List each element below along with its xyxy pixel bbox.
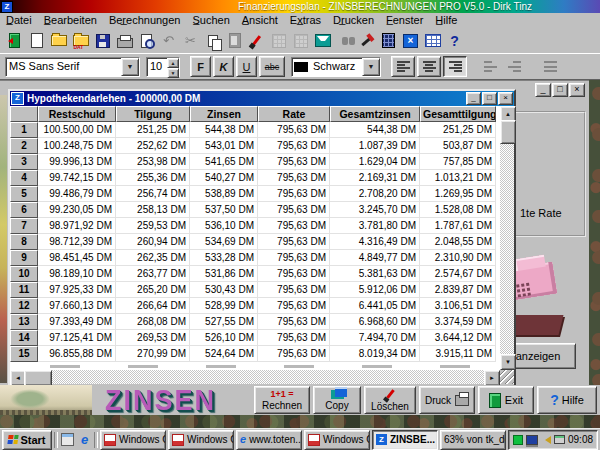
rate-cell[interactable]: 795,63 DM xyxy=(258,314,330,330)
restschuld-cell[interactable]: 100.248,75 DM xyxy=(38,138,116,154)
tilgung-cell[interactable]: 265,20 DM xyxy=(116,282,190,298)
restschuld-cell[interactable]: 97.660,13 DM xyxy=(38,298,116,314)
doc-minimize-button[interactable]: _ xyxy=(466,92,481,105)
tilgung-cell[interactable]: 253,98 DM xyxy=(116,154,190,170)
loeschen-button[interactable]: Löschen xyxy=(364,386,416,414)
row-number-cell[interactable]: 13 xyxy=(10,314,38,330)
copy-icon[interactable] xyxy=(202,31,223,51)
gesamttilgung-cell[interactable]: 1.787,61 DM xyxy=(420,218,496,234)
print-icon[interactable] xyxy=(114,31,135,51)
bold-button[interactable]: F xyxy=(190,56,211,77)
italic-button[interactable]: K xyxy=(213,56,234,77)
rate-cell[interactable]: 795,63 DM xyxy=(258,138,330,154)
tilgung-cell[interactable]: 266,64 DM xyxy=(116,298,190,314)
speaker-icon[interactable] xyxy=(541,436,551,444)
rechnen-button[interactable]: 1+1 = Rechnen xyxy=(254,386,310,414)
zinsen-cell[interactable]: 527,55 DM xyxy=(190,314,258,330)
align-center-icon[interactable] xyxy=(417,56,441,77)
tilgung-cell[interactable]: 263,77 DM xyxy=(116,266,190,282)
row-number-cell[interactable]: 8 xyxy=(10,234,38,250)
restschuld-cell[interactable]: 100.500,00 DM xyxy=(38,122,116,138)
underline-button[interactable]: U xyxy=(236,56,257,77)
zinsen-cell[interactable]: 524,64 DM xyxy=(190,346,258,362)
gesamtzinsen-cell[interactable]: 6.441,05 DM xyxy=(330,298,420,314)
mdi-minimize-button[interactable]: _ xyxy=(535,83,551,97)
task-zinsberechnungen[interactable]: Z ZINSBE... xyxy=(372,430,438,450)
row-number-cell[interactable]: 9 xyxy=(10,250,38,266)
row-number-cell[interactable]: 15 xyxy=(10,346,38,362)
header-tilgung[interactable]: Tilgung xyxy=(116,106,190,122)
menu-extras[interactable]: Ex̲tras xyxy=(284,13,327,28)
gesamttilgung-cell[interactable]: 3.106,51 DM xyxy=(420,298,496,314)
rate-cell[interactable]: 795,63 DM xyxy=(258,186,330,202)
tilgung-cell[interactable]: 270,99 DM xyxy=(116,346,190,362)
rate-cell[interactable]: 795,63 DM xyxy=(258,154,330,170)
rate-cell[interactable]: 795,63 DM xyxy=(258,170,330,186)
zinsen-cell[interactable]: 530,43 DM xyxy=(190,282,258,298)
tilgung-cell[interactable]: 258,13 DM xyxy=(116,202,190,218)
restschuld-cell[interactable]: 99.742,15 DM xyxy=(38,170,116,186)
rate-cell[interactable]: 795,63 DM xyxy=(258,346,330,362)
druck-button[interactable]: Druck xyxy=(419,386,475,414)
task-windows-c-2[interactable]: Windows C... xyxy=(168,430,234,450)
gesamtzinsen-cell[interactable]: 2.169,31 DM xyxy=(330,170,420,186)
quicklaunch-ie-icon[interactable]: e xyxy=(77,432,92,447)
tilgung-cell[interactable]: 251,25 DM xyxy=(116,122,190,138)
size-down-icon[interactable]: ▼ xyxy=(167,68,179,78)
doc-close-button[interactable]: × xyxy=(498,92,513,105)
zinsen-cell[interactable]: 541,65 DM xyxy=(190,154,258,170)
gesamtzinsen-cell[interactable]: 6.968,60 DM xyxy=(330,314,420,330)
rate-cell[interactable]: 795,63 DM xyxy=(258,298,330,314)
gesamttilgung-cell[interactable]: 2.574,67 DM xyxy=(420,266,496,282)
status-led-icon[interactable] xyxy=(513,435,523,445)
menu-berechnungen[interactable]: Ber̲echnungen xyxy=(103,13,187,28)
rate-cell[interactable]: 795,63 DM xyxy=(258,122,330,138)
color-select[interactable]: Schwarz ▼ xyxy=(291,57,381,77)
menu-suchen[interactable]: S̲uchen xyxy=(186,13,235,28)
header-gesamtzinsen[interactable]: Gesamtzinsen xyxy=(330,106,420,122)
zinsen-cell[interactable]: 536,10 DM xyxy=(190,218,258,234)
restschuld-cell[interactable]: 96.855,88 DM xyxy=(38,346,116,362)
horizontal-scrollbar[interactable]: ◄ ► xyxy=(10,370,500,384)
size-up-icon[interactable]: ▲ xyxy=(167,58,179,68)
zinsen-cell[interactable]: 540,27 DM xyxy=(190,170,258,186)
print-preview-icon[interactable] xyxy=(136,31,157,51)
gesamtzinsen-cell[interactable]: 5.381,63 DM xyxy=(330,266,420,282)
font-size-stepper[interactable]: 10 ▲▼ xyxy=(146,57,180,77)
gesamtzinsen-cell[interactable]: 1.629,04 DM xyxy=(330,154,420,170)
row-number-cell[interactable]: 12 xyxy=(10,298,38,314)
start-button[interactable]: Start xyxy=(2,430,52,450)
menu-datei[interactable]: D̲atei xyxy=(0,13,38,28)
restschuld-cell[interactable]: 99.996,13 DM xyxy=(38,154,116,170)
mdi-close-button[interactable]: × xyxy=(569,83,585,97)
align-left-icon[interactable] xyxy=(391,56,415,77)
save-icon[interactable] xyxy=(92,31,113,51)
gesamttilgung-cell[interactable]: 1.528,08 DM xyxy=(420,202,496,218)
gesamttilgung-cell[interactable]: 2.310,90 DM xyxy=(420,250,496,266)
tilgung-cell[interactable]: 259,53 DM xyxy=(116,218,190,234)
rate-cell[interactable]: 795,63 DM xyxy=(258,218,330,234)
gesamtzinsen-cell[interactable]: 3.245,70 DM xyxy=(330,202,420,218)
restschuld-cell[interactable]: 97.925,33 DM xyxy=(38,282,116,298)
gesamtzinsen-cell[interactable]: 2.708,20 DM xyxy=(330,186,420,202)
header-gesamttilgung[interactable]: Gesamttilgung xyxy=(420,106,496,122)
color-dropdown-icon[interactable]: ▼ xyxy=(362,58,380,76)
restschuld-cell[interactable]: 98.189,10 DM xyxy=(38,266,116,282)
align-right-icon[interactable] xyxy=(443,56,467,77)
exit-button[interactable]: Exit xyxy=(478,386,534,414)
row-number-cell[interactable]: 10 xyxy=(10,266,38,282)
gesamtzinsen-cell[interactable]: 8.019,34 DM xyxy=(330,346,420,362)
resize-grip[interactable] xyxy=(500,370,514,384)
font-select[interactable]: MS Sans Serif ▼ xyxy=(5,57,140,77)
row-number-cell[interactable]: 5 xyxy=(10,186,38,202)
tilgung-cell[interactable]: 260,94 DM xyxy=(116,234,190,250)
vertical-scroll-thumb[interactable] xyxy=(500,120,516,144)
zinsen-cell[interactable]: 538,89 DM xyxy=(190,186,258,202)
tilgung-cell[interactable]: 262,35 DM xyxy=(116,250,190,266)
task-download-progress[interactable]: 63% von tk_do... xyxy=(440,430,506,450)
network-icon[interactable] xyxy=(554,435,565,444)
row-number-cell[interactable]: 3 xyxy=(10,154,38,170)
strikethrough-button[interactable]: abc xyxy=(259,56,285,77)
restschuld-cell[interactable]: 99.230,05 DM xyxy=(38,202,116,218)
gesamttilgung-cell[interactable]: 3.644,12 DM xyxy=(420,330,496,346)
